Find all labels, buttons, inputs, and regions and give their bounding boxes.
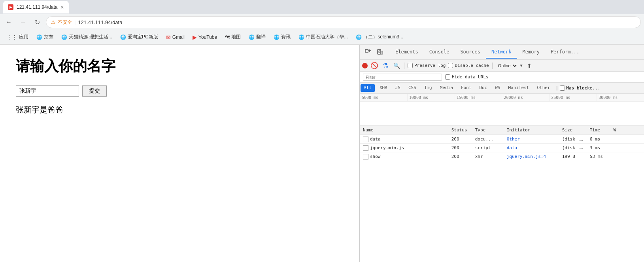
resource-tab-manifest[interactable]: Manifest — [504, 84, 533, 93]
column-header-name[interactable]: Name — [360, 127, 448, 133]
column-header-time[interactable]: Time — [587, 127, 610, 133]
table-row[interactable]: show 200 xhr jquery.min.js:4 199 B 53 ms — [360, 152, 644, 161]
column-header-status[interactable]: Status — [448, 127, 472, 133]
url-bar[interactable]: ⚠ 不安全 | 121.41.111.94/data — [46, 16, 641, 28]
row-3-size: 199 B — [559, 154, 587, 159]
tab-performance[interactable]: Perform... — [545, 46, 585, 59]
resource-tab-all[interactable]: All — [361, 84, 375, 92]
bookmark-upc-label: 中国石油大学（华... — [306, 34, 348, 40]
row-2-status: 200 — [448, 145, 472, 150]
tab-sources[interactable]: Sources — [455, 46, 486, 59]
disable-cache-label: Disable cache — [455, 63, 489, 68]
row-3-type: xhr — [472, 154, 504, 159]
inspect-element-button[interactable] — [363, 47, 373, 57]
clear-button[interactable]: 🚫 — [370, 61, 379, 70]
security-warning-icon: ⚠ — [51, 19, 55, 25]
upc-icon: 🌐 — [298, 34, 304, 40]
resource-tab-js[interactable]: JS — [391, 84, 404, 93]
bookmark-selenium[interactable]: 🌐 （二）selenium3... — [353, 32, 406, 42]
filter-input[interactable] — [363, 74, 442, 81]
svg-rect-0 — [365, 49, 368, 52]
resource-tab-css[interactable]: CSS — [404, 84, 420, 93]
row-3-initiator[interactable]: jquery.min.js:4 — [504, 154, 559, 159]
tab-elements[interactable]: Elements — [390, 46, 424, 59]
row-3-status: 200 — [448, 154, 472, 159]
tianmao-icon: 🌐 — [61, 34, 67, 40]
back-button[interactable]: ← — [3, 17, 14, 28]
resource-tab-img[interactable]: Img — [420, 84, 436, 93]
row-1-size: (disk ... — [559, 137, 587, 142]
bookmark-tianmao[interactable]: 🌐 天猫精选-理想生活... — [58, 32, 115, 42]
bookmark-gmail[interactable]: ✉ Gmail — [163, 32, 188, 42]
filter-button[interactable]: ⚗ — [381, 61, 390, 70]
bookmark-upc[interactable]: 🌐 中国石油大学（华... — [295, 32, 351, 42]
throttle-select[interactable]: Online — [496, 63, 518, 68]
disable-cache-checkbox-label[interactable]: Disable cache — [448, 63, 489, 68]
submit-button[interactable]: 提交 — [82, 85, 107, 97]
bookmark-maps[interactable]: 🗺 地图 — [222, 32, 244, 42]
resource-tab-doc[interactable]: Doc — [475, 84, 491, 93]
youtube-icon: ▶ — [193, 34, 197, 40]
column-header-waterfall[interactable]: W — [610, 127, 644, 133]
result-text: 张新宇是爸爸 — [16, 104, 344, 115]
bookmark-fanyi[interactable]: 🌐 翻译 — [246, 32, 269, 42]
forward-button[interactable]: → — [17, 17, 28, 28]
bookmark-zixun[interactable]: 🌐 资讯 — [270, 32, 294, 42]
preserve-log-checkbox[interactable] — [408, 63, 413, 68]
row-2-time: 3 ms — [587, 145, 610, 150]
fanyi-icon: 🌐 — [249, 34, 255, 40]
resource-tab-ws[interactable]: WS — [491, 84, 504, 93]
resource-tab-media[interactable]: Media — [436, 84, 457, 93]
bookmark-selenium-label: （二）selenium3... — [363, 34, 403, 40]
tab-title: 121.41.111.94/data — [17, 4, 57, 10]
file-icon-2 — [363, 145, 368, 151]
has-blocked-separator: | — [554, 85, 560, 91]
tab-console[interactable]: Console — [424, 46, 455, 59]
preserve-log-checkbox-label[interactable]: Preserve log — [408, 63, 446, 68]
column-header-size[interactable]: Size — [559, 127, 587, 133]
disable-cache-checkbox[interactable] — [448, 63, 453, 68]
resource-tab-other[interactable]: Other — [533, 84, 554, 93]
name-input[interactable] — [16, 85, 79, 97]
row-2-name: jquery.min.js — [360, 145, 448, 151]
resource-tab-xhr[interactable]: XHR — [376, 84, 391, 93]
active-tab[interactable]: ▶ 121.41.111.94/data × — [3, 1, 69, 13]
gmail-icon: ✉ — [166, 34, 171, 40]
import-button[interactable]: ⬆ — [525, 61, 534, 70]
bookmark-aitaobao[interactable]: 🌐 爱淘宝PC新版 — [117, 32, 161, 42]
row-1-type: docu... — [472, 137, 504, 142]
bookmark-maps-label: 地图 — [231, 34, 241, 40]
has-blocked-label[interactable]: Has blocke... — [560, 85, 600, 91]
search-button[interactable]: 🔍 — [392, 61, 401, 70]
svg-rect-3 — [378, 49, 381, 54]
devtools-toolbar: Elements Console Sources Network Memory … — [360, 45, 644, 60]
reload-button[interactable]: ↻ — [32, 17, 43, 28]
bookmark-tianmao-label: 天猫精选-理想生活... — [69, 34, 112, 40]
device-toolbar-button[interactable] — [375, 47, 385, 57]
resource-tab-font[interactable]: Font — [457, 84, 476, 93]
devtools-panel: Elements Console Sources Network Memory … — [359, 45, 644, 262]
row-2-size: (disk ... — [559, 145, 587, 150]
tab-memory[interactable]: Memory — [517, 46, 545, 59]
hide-data-urls-label[interactable]: Hide data URLs — [445, 74, 489, 80]
tab-close-button[interactable]: × — [60, 4, 64, 10]
address-bar: ← → ↻ ⚠ 不安全 | 121.41.111.94/data — [0, 14, 644, 30]
record-button[interactable] — [362, 63, 368, 68]
page-content: 请输入你的名字 提交 张新宇是爸爸 — [0, 45, 359, 262]
timeline-mark-2: 10000 ms — [407, 94, 455, 101]
row-2-initiator[interactable]: data — [504, 145, 559, 150]
hide-data-urls-checkbox[interactable] — [445, 74, 450, 80]
column-header-type[interactable]: Type — [472, 127, 504, 133]
has-blocked-text: Has blocke... — [566, 85, 600, 91]
has-blocked-checkbox[interactable] — [560, 85, 565, 91]
table-row[interactable]: data 200 docu... Other (disk ... 6 ms — [360, 135, 644, 144]
page-title: 请输入你的名字 — [16, 57, 344, 76]
column-header-initiator[interactable]: Initiator — [504, 127, 559, 133]
bookmark-apps[interactable]: ⋮⋮ 应用 — [3, 32, 32, 42]
bookmark-jingdong[interactable]: 🌐 京东 — [33, 32, 57, 42]
bookmark-youtube[interactable]: ▶ YouTube — [189, 32, 220, 42]
timeline-ruler: 5000 ms 10000 ms 15000 ms 20000 ms 25000… — [360, 94, 644, 102]
url-address: 121.41.111.94/data — [78, 19, 122, 25]
tab-network[interactable]: Network — [486, 46, 517, 59]
table-row[interactable]: jquery.min.js 200 script data (disk ... … — [360, 144, 644, 152]
